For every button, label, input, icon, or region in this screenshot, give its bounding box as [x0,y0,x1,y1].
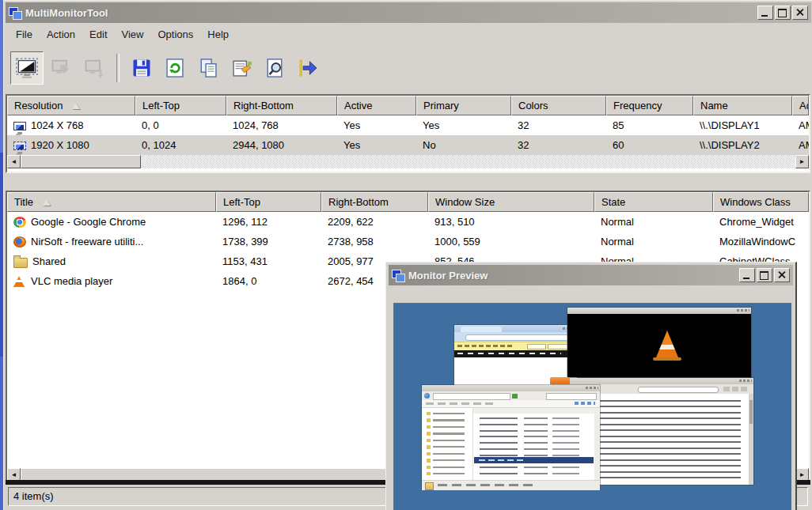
disable-monitor-button[interactable] [78,52,110,84]
column-header-colors[interactable]: Colors [511,96,606,115]
menubar: File Action Edit View Options Help [6,23,811,45]
window-row-firefox[interactable]: NirSoft - freeware utiliti... 1738, 399 … [7,232,809,251]
scroll-left-arrow-icon[interactable] [7,155,21,168]
firefox-icon [13,236,26,247]
monitor-preview-window: Monitor Preview [385,262,797,510]
menu-file[interactable]: File [9,26,40,43]
column-header-adapter[interactable]: Ad [792,96,809,115]
sort-ascending-icon [43,199,51,206]
enable-monitor-button[interactable] [45,52,77,84]
minimize-button[interactable] [739,268,755,282]
column-header-left-top[interactable]: Left-Top [216,192,321,212]
maximize-icon [778,9,787,17]
maximize-button[interactable] [775,6,791,20]
menu-options[interactable]: Options [150,26,200,43]
toolbar-separator [116,54,120,82]
copy-button[interactable] [192,52,224,84]
toolbar [6,47,811,89]
monitor-row-display1[interactable]: 1024 X 768 0, 0 1024, 768 Yes Yes 32 85 … [7,115,809,135]
display-monitor-selected-icon [13,142,26,150]
scrollbar-thumb[interactable] [21,155,141,168]
preview-desktop [393,303,791,510]
preview-selected-file-row [474,457,594,463]
preview-titlebar[interactable]: Monitor Preview [389,265,793,285]
exit-button[interactable] [292,52,324,84]
menu-help[interactable]: Help [200,26,236,43]
maximize-icon [760,271,768,280]
refresh-button[interactable] [159,52,191,84]
preview-chrome-menustrip [454,350,577,357]
enable-monitor-icon [50,58,72,78]
monitor-preview-button[interactable] [10,51,44,85]
save-icon [131,57,153,79]
screen: MultiMonitorTool File Action Edit View O… [0,0,812,510]
menu-action[interactable]: Action [40,26,82,43]
preview-explorer-filelist [422,408,600,480]
maximize-button[interactable] [757,268,772,282]
sort-ascending-icon [72,103,80,109]
chrome-icon [13,217,26,228]
windows-header-row: Title Left-Top Right-Bottom Window Size … [7,192,809,212]
preview-explorer-window [422,385,600,489]
monitors-header-row: Resolution Left-Top Right-Bottom Active … [7,96,809,115]
column-header-resolution[interactable]: Resolution [7,96,135,115]
vlc-icon [13,276,26,287]
column-header-windows-class[interactable]: Windows Class [713,192,809,212]
minimize-button[interactable] [757,6,773,20]
save-button[interactable] [126,52,157,84]
monitors-horizontal-scrollbar[interactable] [7,155,809,168]
preview-window-title: Monitor Preview [408,270,739,281]
preview-vlc-cone-icon [656,331,678,359]
scrollbar-track[interactable] [141,155,795,168]
column-header-primary[interactable]: Primary [416,96,511,115]
preview-chrome-infobar [454,342,577,350]
preview-explorer-navpane [422,408,473,480]
app-icon [9,7,21,19]
preview-back-icon [424,393,430,399]
preview-refresh-icon [512,394,518,399]
preview-explorer-toolbar [422,400,600,408]
disable-monitor-icon [83,58,105,78]
preview-firefox-scrollbar [749,394,753,485]
folder-icon [13,258,28,268]
column-header-state[interactable]: State [594,192,713,212]
column-header-title[interactable]: Title [7,192,216,212]
preview-chrome-tab [461,327,502,332]
preview-window-buttons [586,387,598,389]
column-header-right-bottom[interactable]: Right-Bottom [321,192,428,212]
preview-explorer-scrollbar [594,414,600,480]
main-titlebar[interactable]: MultiMonitorTool [6,2,811,23]
preview-firefox-menu-button [550,377,570,384]
window-row-chrome[interactable]: Google - Google Chrome 1296, 112 2209, 6… [7,212,809,232]
column-header-left-top[interactable]: Left-Top [135,96,226,115]
refresh-icon [164,57,186,79]
preview-vlc-window [567,308,751,377]
preview-window-buttons [737,309,749,312]
find-icon [264,57,286,79]
close-button[interactable] [774,268,790,282]
column-header-name[interactable]: Name [693,96,792,115]
scroll-right-arrow-icon[interactable] [795,155,809,168]
close-button[interactable] [792,6,808,20]
menu-edit[interactable]: Edit [82,26,114,43]
find-button[interactable] [259,52,290,84]
monitor-row-display2[interactable]: 1920 X 1080 0, 1024 2944, 1080 Yes No 32… [7,135,809,155]
app-icon [392,270,404,281]
column-header-window-size[interactable]: Window Size [428,192,594,212]
properties-button[interactable] [226,52,257,84]
copy-icon [197,57,219,79]
properties-icon [230,57,252,79]
preview-window-buttons [739,380,752,382]
main-window-title: MultiMonitorTool [25,7,757,19]
close-icon [793,6,807,19]
minimize-icon [743,278,749,279]
menu-view[interactable]: View [115,26,151,43]
minimize-icon [761,15,768,17]
preview-chrome-addressbar [465,334,569,341]
column-header-frequency[interactable]: Frequency [606,96,693,115]
column-header-right-bottom[interactable]: Right-Bottom [226,96,337,115]
display-monitor-icon [13,122,26,130]
close-icon [775,269,789,281]
monitor-preview-icon [15,57,39,79]
column-header-active[interactable]: Active [337,96,416,115]
